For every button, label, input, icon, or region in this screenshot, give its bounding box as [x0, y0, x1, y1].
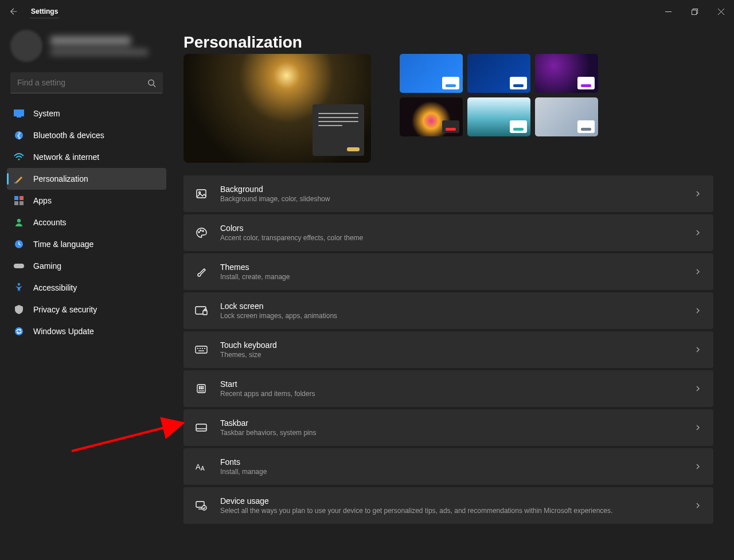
- row-title: Lock screen: [220, 301, 694, 311]
- personalization-icon: [14, 174, 24, 184]
- row-title: Fonts: [220, 457, 694, 467]
- row-subtitle: Accent color, transparency effects, colo…: [220, 234, 694, 242]
- user-block[interactable]: [7, 30, 166, 62]
- chevron-right-icon: [694, 190, 702, 198]
- row-subtitle: Lock screen images, apps, animations: [220, 312, 694, 320]
- sidebar-item-label: Windows Update: [33, 327, 94, 336]
- svg-text:A: A: [201, 465, 205, 472]
- sidebar-item-label: Privacy & security: [33, 305, 97, 314]
- settings-row-themes[interactable]: ThemesInstall, create, manage: [184, 253, 713, 290]
- time-icon: [14, 239, 24, 249]
- keyboard-icon: [195, 343, 208, 356]
- theme-option-1[interactable]: [400, 54, 463, 93]
- row-text: BackgroundBackground image, color, slide…: [220, 185, 694, 203]
- theme-option-3[interactable]: [535, 54, 598, 93]
- sidebar-item-bluetooth[interactable]: Bluetooth & devices: [7, 124, 166, 146]
- svg-rect-8: [17, 116, 21, 118]
- svg-point-16: [17, 219, 21, 222]
- row-text: ColorsAccent color, transparency effects…: [220, 224, 694, 242]
- search-icon: [147, 79, 156, 87]
- svg-point-25: [202, 230, 204, 232]
- row-title: Touch keyboard: [220, 340, 694, 350]
- user-text: [50, 36, 148, 56]
- svg-rect-28: [196, 346, 207, 353]
- accessibility-icon: [14, 283, 24, 293]
- start-icon: [195, 382, 208, 395]
- theme-option-2[interactable]: [467, 54, 530, 93]
- svg-rect-12: [14, 196, 18, 200]
- row-title: Start: [220, 379, 694, 389]
- sidebar-item-apps[interactable]: Apps: [7, 190, 166, 212]
- chevron-right-icon: [694, 346, 702, 354]
- sidebar-item-label: Gaming: [33, 261, 61, 271]
- settings-row-start[interactable]: StartRecent apps and items, folders: [184, 370, 713, 407]
- svg-rect-2: [692, 10, 696, 14]
- lock-screen-icon: [195, 304, 208, 317]
- svg-rect-21: [197, 190, 206, 198]
- close-button[interactable]: [708, 2, 734, 21]
- row-subtitle: Recent apps and items, folders: [220, 390, 694, 398]
- row-subtitle: Themes, size: [220, 351, 694, 359]
- back-button[interactable]: [8, 6, 19, 17]
- chevron-right-icon: [694, 229, 702, 237]
- sidebar-item-gaming[interactable]: Gaming: [7, 255, 166, 277]
- sidebar-item-personalization[interactable]: Personalization: [7, 168, 166, 190]
- sidebar-item-accounts[interactable]: Accounts: [7, 212, 166, 233]
- theme-option-6[interactable]: [535, 97, 598, 136]
- settings-row-colors[interactable]: ColorsAccent color, transparency effects…: [184, 214, 713, 251]
- settings-row-device-usage[interactable]: Device usageSelect all the ways you plan…: [184, 487, 713, 524]
- row-title: Background: [220, 185, 694, 194]
- settings-row-fonts[interactable]: AAFontsInstall, manage: [184, 448, 713, 485]
- row-text: FontsInstall, manage: [220, 457, 694, 476]
- row-text: ThemesInstall, create, manage: [220, 263, 694, 281]
- sidebar-item-update[interactable]: Windows Update: [7, 320, 166, 342]
- minimize-button[interactable]: [655, 2, 681, 21]
- sidebar-item-label: Time & language: [33, 240, 93, 249]
- sidebar-item-accessibility[interactable]: Accessibility: [7, 277, 166, 299]
- theme-grid: [400, 54, 598, 136]
- sidebar-item-system[interactable]: System: [7, 103, 166, 124]
- svg-line-6: [153, 84, 155, 87]
- row-title: Colors: [220, 224, 694, 233]
- sidebar-item-time[interactable]: Time & language: [7, 233, 166, 255]
- sidebar: System Bluetooth & devices Network & int…: [0, 23, 172, 560]
- row-text: Lock screenLock screen images, apps, ani…: [220, 301, 694, 320]
- svg-text:A: A: [196, 463, 201, 471]
- avatar: [10, 30, 42, 62]
- row-title: Themes: [220, 263, 694, 272]
- settings-row-background[interactable]: BackgroundBackground image, color, slide…: [184, 175, 713, 212]
- row-text: Device usageSelect all the ways you plan…: [220, 496, 694, 515]
- settings-row-taskbar[interactable]: TaskbarTaskbar behaviors, system pins: [184, 409, 713, 446]
- chevron-right-icon: [694, 463, 702, 471]
- row-subtitle: Taskbar behaviors, system pins: [220, 429, 694, 437]
- row-text: Touch keyboardThemes, size: [220, 340, 694, 359]
- settings-row-lock-screen[interactable]: Lock screenLock screen images, apps, ani…: [184, 292, 713, 329]
- system-icon: [14, 108, 24, 119]
- titlebar: Settings: [0, 0, 734, 23]
- settings-row-touch-keyboard[interactable]: Touch keyboardThemes, size: [184, 331, 713, 368]
- row-title: Device usage: [220, 496, 694, 506]
- wifi-icon: [14, 152, 24, 162]
- row-subtitle: Select all the ways you plan to use your…: [220, 507, 694, 515]
- theme-option-4[interactable]: [400, 97, 463, 136]
- svg-point-37: [202, 386, 204, 387]
- sidebar-item-label: Bluetooth & devices: [33, 131, 104, 140]
- sidebar-item-label: Network & internet: [33, 152, 99, 162]
- row-subtitle: Background image, color, slideshow: [220, 195, 694, 203]
- svg-point-10: [18, 159, 20, 160]
- maximize-button[interactable]: [681, 2, 708, 21]
- sidebar-item-privacy[interactable]: Privacy & security: [7, 299, 166, 320]
- theme-option-5[interactable]: [467, 97, 530, 136]
- svg-rect-14: [14, 201, 18, 205]
- taskbar-icon: [195, 421, 208, 434]
- preview-row: [184, 54, 713, 163]
- svg-rect-13: [19, 196, 24, 200]
- search-input[interactable]: [10, 72, 163, 93]
- sidebar-item-network[interactable]: Network & internet: [7, 146, 166, 168]
- row-title: Taskbar: [220, 418, 694, 428]
- desktop-preview[interactable]: [184, 54, 371, 163]
- row-subtitle: Install, create, manage: [220, 273, 694, 281]
- svg-point-40: [202, 388, 204, 389]
- svg-rect-11: [14, 182, 17, 183]
- search-box[interactable]: [10, 72, 163, 93]
